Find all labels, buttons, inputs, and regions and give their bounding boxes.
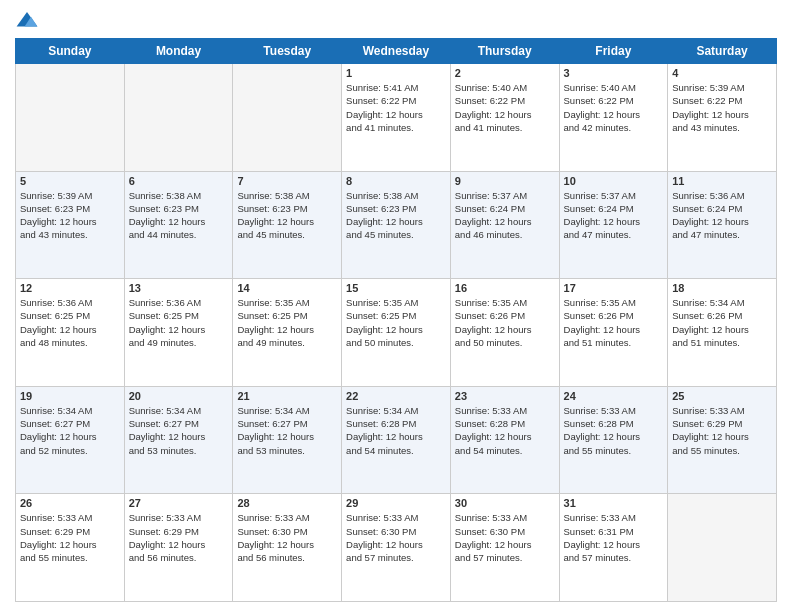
calendar-cell: 13Sunrise: 5:36 AM Sunset: 6:25 PM Dayli… [124,279,233,387]
day-details: Sunrise: 5:36 AM Sunset: 6:25 PM Dayligh… [20,296,120,349]
logo [15,10,43,30]
day-number: 3 [564,67,664,79]
day-details: Sunrise: 5:37 AM Sunset: 6:24 PM Dayligh… [455,189,555,242]
calendar-cell: 24Sunrise: 5:33 AM Sunset: 6:28 PM Dayli… [559,386,668,494]
day-number: 16 [455,282,555,294]
calendar-cell: 17Sunrise: 5:35 AM Sunset: 6:26 PM Dayli… [559,279,668,387]
day-details: Sunrise: 5:34 AM Sunset: 6:26 PM Dayligh… [672,296,772,349]
day-number: 31 [564,497,664,509]
day-number: 21 [237,390,337,402]
day-details: Sunrise: 5:33 AM Sunset: 6:30 PM Dayligh… [455,511,555,564]
calendar-cell: 3Sunrise: 5:40 AM Sunset: 6:22 PM Daylig… [559,64,668,172]
calendar-cell: 15Sunrise: 5:35 AM Sunset: 6:25 PM Dayli… [342,279,451,387]
page: SundayMondayTuesdayWednesdayThursdayFrid… [0,0,792,612]
calendar-cell [668,494,777,602]
calendar-cell: 1Sunrise: 5:41 AM Sunset: 6:22 PM Daylig… [342,64,451,172]
day-number: 28 [237,497,337,509]
day-number: 20 [129,390,229,402]
calendar-week-4: 19Sunrise: 5:34 AM Sunset: 6:27 PM Dayli… [16,386,777,494]
calendar-cell [16,64,125,172]
calendar-cell [233,64,342,172]
calendar-week-2: 5Sunrise: 5:39 AM Sunset: 6:23 PM Daylig… [16,171,777,279]
day-details: Sunrise: 5:34 AM Sunset: 6:27 PM Dayligh… [129,404,229,457]
day-number: 1 [346,67,446,79]
calendar-cell: 16Sunrise: 5:35 AM Sunset: 6:26 PM Dayli… [450,279,559,387]
calendar-cell: 28Sunrise: 5:33 AM Sunset: 6:30 PM Dayli… [233,494,342,602]
calendar-cell: 14Sunrise: 5:35 AM Sunset: 6:25 PM Dayli… [233,279,342,387]
day-number: 11 [672,175,772,187]
calendar-cell: 8Sunrise: 5:38 AM Sunset: 6:23 PM Daylig… [342,171,451,279]
calendar-cell: 21Sunrise: 5:34 AM Sunset: 6:27 PM Dayli… [233,386,342,494]
calendar-cell: 23Sunrise: 5:33 AM Sunset: 6:28 PM Dayli… [450,386,559,494]
day-details: Sunrise: 5:34 AM Sunset: 6:28 PM Dayligh… [346,404,446,457]
day-number: 2 [455,67,555,79]
calendar-cell: 9Sunrise: 5:37 AM Sunset: 6:24 PM Daylig… [450,171,559,279]
calendar-cell: 26Sunrise: 5:33 AM Sunset: 6:29 PM Dayli… [16,494,125,602]
day-details: Sunrise: 5:38 AM Sunset: 6:23 PM Dayligh… [237,189,337,242]
calendar-cell: 10Sunrise: 5:37 AM Sunset: 6:24 PM Dayli… [559,171,668,279]
day-details: Sunrise: 5:41 AM Sunset: 6:22 PM Dayligh… [346,81,446,134]
calendar-cell: 19Sunrise: 5:34 AM Sunset: 6:27 PM Dayli… [16,386,125,494]
day-number: 13 [129,282,229,294]
day-details: Sunrise: 5:34 AM Sunset: 6:27 PM Dayligh… [237,404,337,457]
day-details: Sunrise: 5:35 AM Sunset: 6:25 PM Dayligh… [346,296,446,349]
day-number: 25 [672,390,772,402]
day-number: 4 [672,67,772,79]
day-details: Sunrise: 5:33 AM Sunset: 6:29 PM Dayligh… [672,404,772,457]
day-details: Sunrise: 5:33 AM Sunset: 6:28 PM Dayligh… [455,404,555,457]
day-details: Sunrise: 5:33 AM Sunset: 6:31 PM Dayligh… [564,511,664,564]
day-header-thursday: Thursday [450,39,559,64]
day-header-friday: Friday [559,39,668,64]
calendar-cell: 30Sunrise: 5:33 AM Sunset: 6:30 PM Dayli… [450,494,559,602]
calendar-cell: 2Sunrise: 5:40 AM Sunset: 6:22 PM Daylig… [450,64,559,172]
day-number: 29 [346,497,446,509]
calendar-cell: 6Sunrise: 5:38 AM Sunset: 6:23 PM Daylig… [124,171,233,279]
calendar-cell: 4Sunrise: 5:39 AM Sunset: 6:22 PM Daylig… [668,64,777,172]
day-number: 10 [564,175,664,187]
day-details: Sunrise: 5:35 AM Sunset: 6:25 PM Dayligh… [237,296,337,349]
day-details: Sunrise: 5:35 AM Sunset: 6:26 PM Dayligh… [564,296,664,349]
day-header-tuesday: Tuesday [233,39,342,64]
day-header-wednesday: Wednesday [342,39,451,64]
day-number: 18 [672,282,772,294]
day-header-saturday: Saturday [668,39,777,64]
day-number: 5 [20,175,120,187]
day-number: 14 [237,282,337,294]
day-number: 17 [564,282,664,294]
calendar-cell: 29Sunrise: 5:33 AM Sunset: 6:30 PM Dayli… [342,494,451,602]
calendar-cell: 12Sunrise: 5:36 AM Sunset: 6:25 PM Dayli… [16,279,125,387]
day-details: Sunrise: 5:36 AM Sunset: 6:24 PM Dayligh… [672,189,772,242]
day-number: 22 [346,390,446,402]
calendar-cell: 11Sunrise: 5:36 AM Sunset: 6:24 PM Dayli… [668,171,777,279]
day-header-sunday: Sunday [16,39,125,64]
day-number: 15 [346,282,446,294]
day-details: Sunrise: 5:33 AM Sunset: 6:30 PM Dayligh… [346,511,446,564]
day-number: 23 [455,390,555,402]
day-number: 30 [455,497,555,509]
calendar-cell: 20Sunrise: 5:34 AM Sunset: 6:27 PM Dayli… [124,386,233,494]
calendar-cell: 5Sunrise: 5:39 AM Sunset: 6:23 PM Daylig… [16,171,125,279]
day-details: Sunrise: 5:33 AM Sunset: 6:28 PM Dayligh… [564,404,664,457]
day-details: Sunrise: 5:34 AM Sunset: 6:27 PM Dayligh… [20,404,120,457]
day-details: Sunrise: 5:39 AM Sunset: 6:23 PM Dayligh… [20,189,120,242]
calendar-cell: 22Sunrise: 5:34 AM Sunset: 6:28 PM Dayli… [342,386,451,494]
calendar-week-3: 12Sunrise: 5:36 AM Sunset: 6:25 PM Dayli… [16,279,777,387]
calendar-cell: 27Sunrise: 5:33 AM Sunset: 6:29 PM Dayli… [124,494,233,602]
day-details: Sunrise: 5:40 AM Sunset: 6:22 PM Dayligh… [564,81,664,134]
calendar-cell: 25Sunrise: 5:33 AM Sunset: 6:29 PM Dayli… [668,386,777,494]
day-number: 8 [346,175,446,187]
day-details: Sunrise: 5:33 AM Sunset: 6:30 PM Dayligh… [237,511,337,564]
calendar-week-5: 26Sunrise: 5:33 AM Sunset: 6:29 PM Dayli… [16,494,777,602]
day-number: 19 [20,390,120,402]
day-details: Sunrise: 5:36 AM Sunset: 6:25 PM Dayligh… [129,296,229,349]
calendar-cell: 18Sunrise: 5:34 AM Sunset: 6:26 PM Dayli… [668,279,777,387]
calendar-week-1: 1Sunrise: 5:41 AM Sunset: 6:22 PM Daylig… [16,64,777,172]
day-details: Sunrise: 5:33 AM Sunset: 6:29 PM Dayligh… [129,511,229,564]
calendar-cell: 31Sunrise: 5:33 AM Sunset: 6:31 PM Dayli… [559,494,668,602]
calendar-cell [124,64,233,172]
day-details: Sunrise: 5:35 AM Sunset: 6:26 PM Dayligh… [455,296,555,349]
day-number: 24 [564,390,664,402]
day-number: 12 [20,282,120,294]
calendar-cell: 7Sunrise: 5:38 AM Sunset: 6:23 PM Daylig… [233,171,342,279]
calendar-header-row: SundayMondayTuesdayWednesdayThursdayFrid… [16,39,777,64]
